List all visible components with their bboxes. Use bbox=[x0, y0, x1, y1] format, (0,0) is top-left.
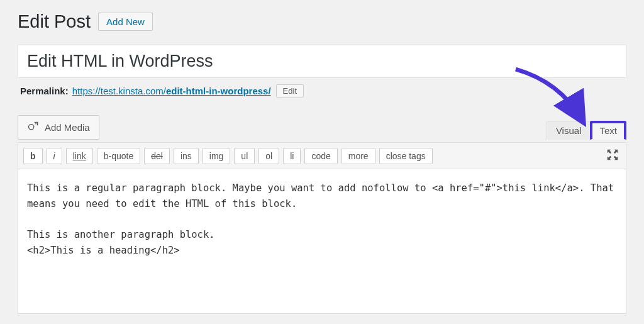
page-title: Edit Post bbox=[18, 11, 91, 32]
page-header: Edit Post Add New bbox=[18, 0, 626, 45]
qt-ul-button[interactable]: ul bbox=[234, 148, 255, 164]
qt-li-button[interactable]: li bbox=[283, 148, 301, 164]
tab-visual[interactable]: Visual bbox=[547, 121, 591, 140]
qt-code-button[interactable]: code bbox=[304, 148, 337, 164]
qt-blockquote-button[interactable]: b-quote bbox=[97, 148, 140, 164]
qt-italic-button[interactable]: i bbox=[47, 148, 62, 164]
svg-point-0 bbox=[29, 125, 34, 130]
quicktags-toolbar: b i link b-quote del ins img ul ol li co… bbox=[18, 142, 626, 169]
tab-text[interactable]: Text bbox=[590, 121, 626, 140]
qt-del-button[interactable]: del bbox=[144, 148, 170, 164]
permalink-edit-button[interactable]: Edit bbox=[276, 84, 304, 98]
editor-textarea[interactable] bbox=[18, 169, 626, 314]
media-icon bbox=[27, 120, 40, 135]
editor-tabs: Visual Text bbox=[547, 121, 626, 140]
qt-ins-button[interactable]: ins bbox=[174, 148, 199, 164]
fullscreen-icon bbox=[606, 154, 619, 164]
qt-img-button[interactable]: img bbox=[203, 148, 231, 164]
permalink-link[interactable]: https://test.kinsta.com/edit-html-in-wor… bbox=[72, 86, 271, 96]
permalink-label: Permalink: bbox=[20, 86, 69, 96]
qt-link-button[interactable]: link bbox=[66, 148, 93, 164]
permalink-slug: edit-html-in-wordpress/ bbox=[166, 86, 271, 96]
qt-more-button[interactable]: more bbox=[341, 148, 375, 164]
qt-ol-button[interactable]: ol bbox=[258, 148, 279, 164]
add-media-button[interactable]: Add Media bbox=[18, 115, 99, 140]
fullscreen-button[interactable] bbox=[604, 147, 621, 165]
permalink-base: https://test.kinsta.com/ bbox=[72, 86, 166, 96]
add-media-label: Add Media bbox=[45, 122, 90, 133]
qt-bold-button[interactable]: b bbox=[23, 148, 43, 164]
permalink-row: Permalink: https://test.kinsta.com/edit-… bbox=[18, 78, 626, 98]
svg-point-1 bbox=[35, 123, 36, 125]
add-new-button[interactable]: Add New bbox=[98, 13, 153, 31]
post-title-input[interactable] bbox=[18, 45, 626, 78]
qt-close-tags-button[interactable]: close tags bbox=[379, 148, 433, 164]
